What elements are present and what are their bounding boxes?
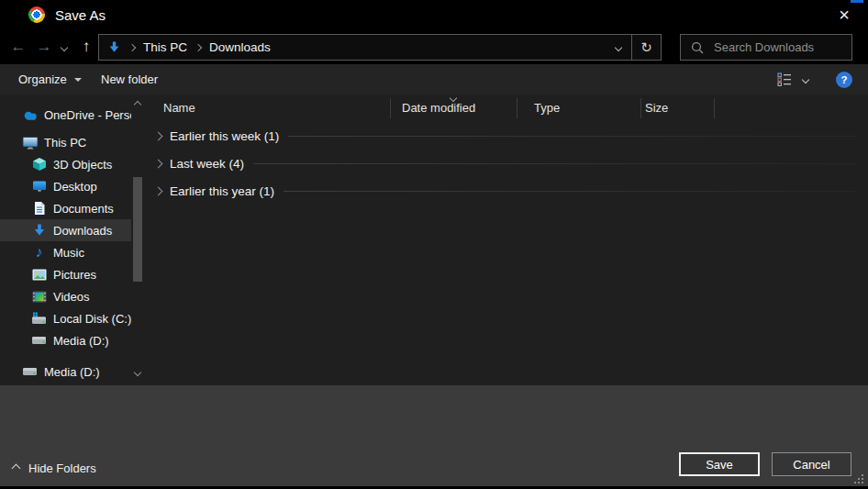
breadcrumb-separator-icon bbox=[128, 43, 136, 50]
title-bar: Save As × bbox=[0, 0, 868, 29]
3d-objects-icon bbox=[30, 157, 48, 172]
save-button[interactable]: Save bbox=[679, 452, 760, 476]
window-title: Save As bbox=[55, 7, 106, 23]
group-earlier-this-week[interactable]: Earlier this week (1) bbox=[155, 126, 857, 146]
sidebar-item-downloads[interactable]: Downloads bbox=[0, 219, 131, 241]
column-separator[interactable] bbox=[640, 98, 641, 118]
sidebar-item-videos[interactable]: Videos bbox=[0, 285, 131, 307]
scroll-up-icon[interactable] bbox=[134, 101, 141, 108]
hide-folders-button[interactable]: Hide Folders bbox=[9, 457, 96, 479]
group-divider-line bbox=[284, 191, 857, 192]
expand-chevron-icon[interactable] bbox=[154, 186, 163, 195]
sidebar-item-3d-objects[interactable]: 3D Objects bbox=[0, 153, 131, 175]
group-earlier-this-year[interactable]: Earlier this year (1) bbox=[155, 181, 857, 201]
column-separator[interactable] bbox=[714, 98, 715, 118]
this-pc-icon bbox=[21, 136, 39, 150]
sidebar-item-desktop[interactable]: Desktop bbox=[0, 175, 131, 197]
column-separator[interactable] bbox=[517, 98, 517, 118]
resize-grip[interactable] bbox=[862, 482, 863, 483]
details-view-icon bbox=[777, 72, 793, 86]
address-bar[interactable]: This PC Downloads ↻ bbox=[98, 34, 662, 61]
forward-icon[interactable]: → bbox=[33, 36, 55, 58]
sidebar-item-label: OneDrive - Persor bbox=[44, 108, 131, 122]
music-icon: ♪ bbox=[30, 246, 48, 259]
onedrive-icon bbox=[21, 109, 39, 121]
hide-folders-label: Hide Folders bbox=[28, 461, 96, 475]
sidebar-item-label: Desktop bbox=[53, 180, 97, 194]
media-disk-icon bbox=[21, 366, 39, 377]
back-icon[interactable]: ← bbox=[7, 36, 29, 58]
save-panel: File name: depotdownloader-2.4.5.zip Sav… bbox=[0, 385, 868, 489]
refresh-icon[interactable]: ↻ bbox=[632, 39, 661, 56]
downloads-folder-icon bbox=[107, 40, 121, 54]
new-folder-label: New folder bbox=[101, 72, 158, 86]
desktop-icon bbox=[30, 180, 48, 193]
sidebar-item-label: Pictures bbox=[53, 268, 96, 282]
sidebar-item-label: Local Disk (C:) bbox=[53, 312, 131, 326]
sidebar-item-local-disk-c[interactable]: Local Disk (C:) bbox=[0, 307, 131, 329]
sidebar-item-pictures[interactable]: Pictures bbox=[0, 263, 131, 285]
sidebar-item-label: This PC bbox=[44, 136, 86, 150]
downloads-icon bbox=[30, 223, 48, 238]
change-view-button[interactable] bbox=[777, 72, 793, 86]
search-icon bbox=[691, 41, 704, 54]
sidebar-item-this-pc[interactable]: This PC bbox=[0, 131, 131, 153]
local-disk-icon bbox=[30, 312, 48, 325]
scrollbar-thumb[interactable] bbox=[133, 177, 142, 282]
sidebar-item-label: Videos bbox=[53, 290, 90, 304]
group-last-week[interactable]: Last week (4) bbox=[155, 153, 857, 173]
search-box[interactable] bbox=[680, 34, 852, 61]
view-options-icon[interactable] bbox=[803, 77, 808, 83]
videos-icon bbox=[30, 291, 48, 303]
column-separator[interactable] bbox=[390, 98, 391, 118]
chevron-up-icon bbox=[12, 463, 21, 472]
pictures-icon bbox=[30, 269, 48, 281]
sidebar-item-media-d-root[interactable]: Media (D:) bbox=[0, 361, 131, 383]
sidebar-scrollbar[interactable] bbox=[131, 94, 145, 385]
sidebar-item-label: Media (D:) bbox=[44, 365, 100, 379]
group-divider-line bbox=[253, 163, 857, 164]
organize-label: Organize bbox=[18, 72, 67, 86]
sidebar-item-music[interactable]: ♪ Music bbox=[0, 241, 131, 263]
group-divider-line bbox=[288, 136, 857, 137]
media-disk-icon bbox=[30, 335, 48, 346]
sidebar-item-media-d[interactable]: Media (D:) bbox=[0, 329, 131, 351]
navigation-pane: OneDrive - Persor This PC 3D Objects bbox=[0, 94, 147, 385]
sidebar-item-label: Music bbox=[53, 246, 84, 260]
file-list: Name Date modified Type Size Earlier thi… bbox=[147, 94, 868, 385]
scroll-down-icon[interactable] bbox=[134, 369, 141, 376]
documents-icon bbox=[30, 201, 48, 216]
dropdown-triangle-icon bbox=[74, 78, 82, 82]
new-folder-button[interactable]: New folder bbox=[101, 64, 158, 94]
search-input[interactable] bbox=[712, 39, 835, 55]
close-icon[interactable]: × bbox=[826, 0, 862, 29]
save-as-dialog: Save As × ← → ↑ This PC Downloads ↻ bbox=[0, 0, 868, 489]
column-header-size[interactable]: Size bbox=[645, 101, 668, 115]
help-icon[interactable]: ? bbox=[836, 72, 852, 88]
breadcrumb-downloads[interactable]: Downloads bbox=[206, 40, 274, 54]
recent-locations-icon[interactable] bbox=[57, 41, 72, 54]
breadcrumb-separator-icon bbox=[195, 43, 202, 50]
column-header-type[interactable]: Type bbox=[534, 101, 560, 115]
chrome-icon bbox=[28, 6, 45, 23]
command-toolbar: Organize New folder ? bbox=[0, 64, 868, 94]
sidebar-item-label: Media (D:) bbox=[53, 334, 109, 348]
up-icon[interactable]: ↑ bbox=[75, 36, 97, 58]
sidebar-item-label: Documents bbox=[53, 202, 114, 216]
cancel-button[interactable]: Cancel bbox=[772, 452, 851, 476]
column-header-name[interactable]: Name bbox=[163, 101, 195, 115]
expand-chevron-icon[interactable] bbox=[154, 131, 163, 140]
expand-chevron-icon[interactable] bbox=[154, 159, 163, 168]
navigation-bar: ← → ↑ This PC Downloads ↻ bbox=[0, 29, 868, 64]
sidebar-item-onedrive[interactable]: OneDrive - Persor bbox=[0, 104, 131, 126]
column-header-date-modified[interactable]: Date modified bbox=[402, 101, 475, 115]
sidebar-item-label: 3D Objects bbox=[53, 158, 112, 172]
sidebar-item-label: Downloads bbox=[53, 224, 112, 238]
breadcrumb-this-pc[interactable]: This PC bbox=[139, 40, 191, 54]
organize-button[interactable]: Organize bbox=[18, 64, 82, 94]
sidebar-item-documents[interactable]: Documents bbox=[0, 197, 131, 219]
address-history-icon[interactable] bbox=[615, 43, 622, 50]
